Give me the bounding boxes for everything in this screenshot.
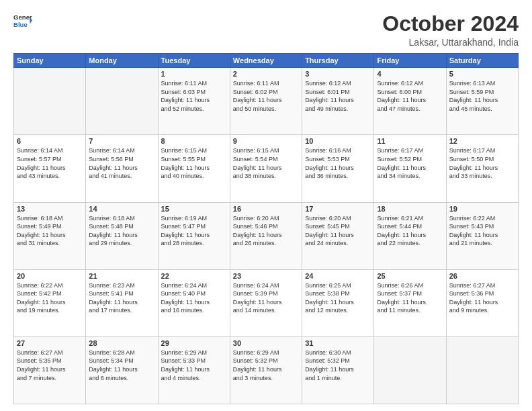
day-info: Sunrise: 6:12 AM Sunset: 6:01 PM Dayligh… — [305, 79, 371, 113]
logo: General Blue — [13, 12, 32, 31]
table-row: 17Sunrise: 6:20 AM Sunset: 5:45 PM Dayli… — [302, 202, 374, 269]
table-row: 8Sunrise: 6:15 AM Sunset: 5:55 PM Daylig… — [158, 135, 230, 202]
table-row: 30Sunrise: 6:29 AM Sunset: 5:32 PM Dayli… — [230, 336, 302, 404]
day-number: 23 — [233, 272, 299, 280]
day-number: 31 — [305, 339, 371, 347]
table-row: 6Sunrise: 6:14 AM Sunset: 5:57 PM Daylig… — [14, 135, 86, 202]
day-number: 11 — [377, 137, 443, 145]
day-number: 25 — [377, 272, 443, 280]
week-row-3: 13Sunrise: 6:18 AM Sunset: 5:49 PM Dayli… — [14, 202, 519, 269]
week-row-5: 27Sunrise: 6:27 AM Sunset: 5:35 PM Dayli… — [14, 336, 519, 404]
table-row — [86, 68, 158, 135]
table-row: 13Sunrise: 6:18 AM Sunset: 5:49 PM Dayli… — [14, 202, 86, 269]
day-info: Sunrise: 6:22 AM Sunset: 5:42 PM Dayligh… — [17, 281, 83, 315]
col-wednesday: Wednesday — [230, 54, 302, 68]
day-number: 30 — [233, 339, 299, 347]
week-row-2: 6Sunrise: 6:14 AM Sunset: 5:57 PM Daylig… — [14, 135, 519, 202]
svg-text:Blue: Blue — [13, 21, 28, 28]
table-row: 2Sunrise: 6:11 AM Sunset: 6:02 PM Daylig… — [230, 68, 302, 135]
day-number: 6 — [17, 137, 83, 145]
calendar-table: Sunday Monday Tuesday Wednesday Thursday… — [13, 53, 519, 404]
day-number: 10 — [305, 137, 371, 145]
table-row: 25Sunrise: 6:26 AM Sunset: 5:37 PM Dayli… — [374, 269, 446, 336]
header: General Blue October 2024 Laksar, Uttara… — [13, 12, 519, 48]
table-row: 27Sunrise: 6:27 AM Sunset: 5:35 PM Dayli… — [14, 336, 86, 404]
table-row: 21Sunrise: 6:23 AM Sunset: 5:41 PM Dayli… — [86, 269, 158, 336]
svg-text:General: General — [13, 13, 32, 21]
day-number: 26 — [449, 272, 515, 280]
day-info: Sunrise: 6:27 AM Sunset: 5:36 PM Dayligh… — [449, 281, 515, 315]
col-thursday: Thursday — [302, 54, 374, 68]
table-row: 11Sunrise: 6:17 AM Sunset: 5:52 PM Dayli… — [374, 135, 446, 202]
day-info: Sunrise: 6:18 AM Sunset: 5:48 PM Dayligh… — [89, 214, 154, 248]
day-info: Sunrise: 6:28 AM Sunset: 5:34 PM Dayligh… — [89, 349, 154, 382]
day-info: Sunrise: 6:20 AM Sunset: 5:46 PM Dayligh… — [233, 214, 299, 248]
day-info: Sunrise: 6:20 AM Sunset: 5:45 PM Dayligh… — [305, 214, 371, 248]
day-number: 9 — [233, 137, 299, 145]
table-row: 20Sunrise: 6:22 AM Sunset: 5:42 PM Dayli… — [14, 269, 86, 336]
day-number: 2 — [233, 70, 299, 78]
table-row: 16Sunrise: 6:20 AM Sunset: 5:46 PM Dayli… — [230, 202, 302, 269]
day-number: 1 — [161, 70, 227, 78]
day-number: 16 — [233, 205, 299, 213]
day-number: 17 — [305, 205, 371, 213]
day-number: 12 — [449, 137, 515, 145]
day-info: Sunrise: 6:14 AM Sunset: 5:57 PM Dayligh… — [17, 146, 83, 180]
day-number: 22 — [161, 272, 227, 280]
table-row: 26Sunrise: 6:27 AM Sunset: 5:36 PM Dayli… — [446, 269, 518, 336]
day-number: 15 — [161, 205, 227, 213]
day-info: Sunrise: 6:23 AM Sunset: 5:41 PM Dayligh… — [89, 281, 154, 315]
day-info: Sunrise: 6:29 AM Sunset: 5:33 PM Dayligh… — [161, 349, 227, 382]
day-number: 21 — [89, 272, 154, 280]
col-saturday: Saturday — [446, 54, 518, 68]
day-info: Sunrise: 6:17 AM Sunset: 5:50 PM Dayligh… — [449, 146, 515, 180]
day-number: 24 — [305, 272, 371, 280]
table-row: 19Sunrise: 6:22 AM Sunset: 5:43 PM Dayli… — [446, 202, 518, 269]
table-row: 24Sunrise: 6:25 AM Sunset: 5:38 PM Dayli… — [302, 269, 374, 336]
day-info: Sunrise: 6:15 AM Sunset: 5:54 PM Dayligh… — [233, 146, 299, 180]
day-info: Sunrise: 6:13 AM Sunset: 5:59 PM Dayligh… — [449, 79, 515, 113]
table-row: 14Sunrise: 6:18 AM Sunset: 5:48 PM Dayli… — [86, 202, 158, 269]
col-tuesday: Tuesday — [158, 54, 230, 68]
day-number: 3 — [305, 70, 371, 78]
day-info: Sunrise: 6:26 AM Sunset: 5:37 PM Dayligh… — [377, 281, 443, 315]
day-info: Sunrise: 6:17 AM Sunset: 5:52 PM Dayligh… — [377, 146, 443, 180]
day-number: 20 — [17, 272, 83, 280]
table-row: 9Sunrise: 6:15 AM Sunset: 5:54 PM Daylig… — [230, 135, 302, 202]
subtitle: Laksar, Uttarakhand, India — [382, 37, 519, 48]
day-info: Sunrise: 6:12 AM Sunset: 6:00 PM Dayligh… — [377, 79, 443, 113]
table-row — [374, 336, 446, 404]
table-row: 31Sunrise: 6:30 AM Sunset: 5:32 PM Dayli… — [302, 336, 374, 404]
table-row: 22Sunrise: 6:24 AM Sunset: 5:40 PM Dayli… — [158, 269, 230, 336]
title-area: October 2024 Laksar, Uttarakhand, India — [382, 12, 519, 48]
day-info: Sunrise: 6:21 AM Sunset: 5:44 PM Dayligh… — [377, 214, 443, 248]
table-row: 10Sunrise: 6:16 AM Sunset: 5:53 PM Dayli… — [302, 135, 374, 202]
week-row-1: 1Sunrise: 6:11 AM Sunset: 6:03 PM Daylig… — [14, 68, 519, 135]
table-row: 1Sunrise: 6:11 AM Sunset: 6:03 PM Daylig… — [158, 68, 230, 135]
table-row: 28Sunrise: 6:28 AM Sunset: 5:34 PM Dayli… — [86, 336, 158, 404]
day-number: 19 — [449, 205, 515, 213]
day-number: 4 — [377, 70, 443, 78]
day-info: Sunrise: 6:25 AM Sunset: 5:38 PM Dayligh… — [305, 281, 371, 315]
day-info: Sunrise: 6:19 AM Sunset: 5:47 PM Dayligh… — [161, 214, 227, 248]
page: General Blue October 2024 Laksar, Uttara… — [0, 0, 532, 411]
day-number: 29 — [161, 339, 227, 347]
day-info: Sunrise: 6:16 AM Sunset: 5:53 PM Dayligh… — [305, 146, 371, 180]
day-number: 27 — [17, 339, 83, 347]
day-number: 7 — [89, 137, 154, 145]
table-row: 18Sunrise: 6:21 AM Sunset: 5:44 PM Dayli… — [374, 202, 446, 269]
col-monday: Monday — [86, 54, 158, 68]
day-number: 5 — [449, 70, 515, 78]
day-info: Sunrise: 6:11 AM Sunset: 6:03 PM Dayligh… — [161, 79, 227, 113]
main-title: October 2024 — [382, 12, 519, 36]
day-info: Sunrise: 6:15 AM Sunset: 5:55 PM Dayligh… — [161, 146, 227, 180]
day-info: Sunrise: 6:29 AM Sunset: 5:32 PM Dayligh… — [233, 349, 299, 382]
day-info: Sunrise: 6:11 AM Sunset: 6:02 PM Dayligh… — [233, 79, 299, 113]
table-row: 12Sunrise: 6:17 AM Sunset: 5:50 PM Dayli… — [446, 135, 518, 202]
logo-icon: General Blue — [13, 12, 32, 31]
col-friday: Friday — [374, 54, 446, 68]
table-row — [446, 336, 518, 404]
day-number: 18 — [377, 205, 443, 213]
table-row: 4Sunrise: 6:12 AM Sunset: 6:00 PM Daylig… — [374, 68, 446, 135]
day-number: 14 — [89, 205, 154, 213]
